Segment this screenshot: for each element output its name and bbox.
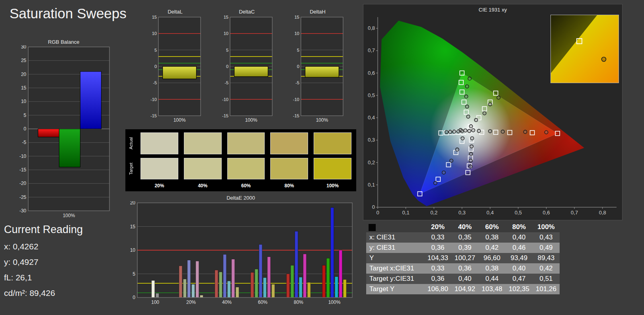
svg-text:5: 5 bbox=[154, 48, 157, 52]
table-cell: 0,36 bbox=[451, 263, 478, 274]
table-column-header: 20% bbox=[424, 222, 451, 232]
svg-text:15: 15 bbox=[152, 16, 157, 19]
svg-text:0,5: 0,5 bbox=[368, 92, 375, 98]
table-cell: 0,42 bbox=[533, 263, 560, 274]
svg-text:0,2: 0,2 bbox=[368, 159, 375, 165]
delta-c-title: DeltaC bbox=[218, 9, 275, 15]
svg-text:0,1: 0,1 bbox=[368, 182, 375, 188]
current-reading-title: Current Reading bbox=[4, 224, 83, 236]
svg-text:15: 15 bbox=[295, 16, 299, 19]
swatch-column-label: 20% bbox=[141, 183, 178, 189]
delta-plot-1: -15-10-5051015100% bbox=[218, 16, 275, 125]
table-cell: 0,44 bbox=[478, 274, 505, 284]
table-legend-chip bbox=[369, 224, 376, 231]
svg-text:10: 10 bbox=[21, 99, 27, 104]
table-row: Target x:CIE310,330,360,380,400,42 bbox=[366, 263, 560, 274]
table-cell: 101,26 bbox=[533, 284, 560, 294]
page-title: Saturation Sweeps bbox=[10, 6, 127, 21]
svg-text:15: 15 bbox=[224, 16, 228, 19]
svg-text:0,3: 0,3 bbox=[459, 210, 466, 216]
delta-plot-0: -15-10-5051015100% bbox=[146, 16, 204, 125]
svg-text:10: 10 bbox=[295, 31, 299, 36]
swatch-target-80% bbox=[270, 158, 308, 180]
swatch-row-label-target: Target bbox=[127, 158, 135, 180]
table-row: Y104,33100,2796,6093,4989,43 bbox=[366, 253, 560, 263]
swatch-column-label: 40% bbox=[184, 183, 222, 189]
svg-text:5: 5 bbox=[297, 48, 299, 52]
table-column-header: 100% bbox=[533, 222, 560, 232]
table-cell: 93,49 bbox=[505, 253, 533, 263]
svg-text:40%: 40% bbox=[222, 299, 232, 305]
svg-text:5: 5 bbox=[23, 113, 26, 118]
svg-text:15: 15 bbox=[130, 224, 136, 229]
svg-text:0,5: 0,5 bbox=[515, 210, 522, 216]
svg-text:-15: -15 bbox=[20, 167, 27, 173]
table-column-header: 60% bbox=[478, 222, 505, 232]
table-row-label: Y bbox=[366, 253, 424, 263]
swatch-target-100% bbox=[314, 158, 351, 180]
swatch-actual-60% bbox=[227, 132, 265, 154]
svg-text:-20: -20 bbox=[20, 181, 27, 186]
svg-text:-5: -5 bbox=[295, 80, 299, 85]
svg-text:0,7: 0,7 bbox=[368, 47, 375, 53]
svg-text:0,7: 0,7 bbox=[571, 210, 578, 216]
svg-text:0,2: 0,2 bbox=[430, 210, 437, 216]
svg-text:10: 10 bbox=[130, 247, 136, 253]
swatch-column-label: 100% bbox=[314, 183, 351, 189]
swatch-panel: ActualTarget20%40%60%80%100% bbox=[125, 129, 356, 191]
svg-text:-15: -15 bbox=[222, 113, 228, 118]
svg-text:-10: -10 bbox=[20, 154, 27, 159]
table-cell: 104,33 bbox=[424, 253, 451, 263]
svg-text:0,8: 0,8 bbox=[368, 25, 375, 31]
table-column-header: 40% bbox=[451, 222, 478, 232]
svg-text:-5: -5 bbox=[22, 140, 26, 145]
svg-text:80%: 80% bbox=[294, 299, 303, 305]
svg-text:-15: -15 bbox=[293, 113, 299, 118]
svg-text:10: 10 bbox=[152, 31, 157, 36]
delta-h-chart: DeltaH -15-10-5051015100% bbox=[289, 9, 346, 125]
table-header-row: 20%40%60%80%100% bbox=[366, 222, 560, 232]
reading-fl: fL: 26,1 bbox=[4, 273, 83, 282]
deltae-plot: 0510152010020%40%60%80%100% bbox=[125, 201, 356, 308]
table-cell: 103,48 bbox=[478, 284, 505, 294]
svg-text:0: 0 bbox=[154, 64, 157, 69]
svg-text:5: 5 bbox=[133, 271, 135, 277]
table-cell: 104,92 bbox=[451, 284, 478, 294]
svg-text:0,4: 0,4 bbox=[368, 115, 375, 121]
cie-title: CIE 1931 xy bbox=[363, 7, 622, 13]
table-cell: 0,46 bbox=[505, 243, 533, 253]
svg-text:0,6: 0,6 bbox=[368, 70, 375, 76]
svg-text:-5: -5 bbox=[224, 80, 228, 85]
swatch-actual-100% bbox=[314, 132, 351, 154]
table-row: x: CIE310,330,350,380,400,43 bbox=[366, 232, 560, 243]
swatch-row-label-actual: Actual bbox=[127, 132, 135, 154]
table-row-label: Target x:CIE31 bbox=[366, 263, 424, 274]
table-cell: 0,38 bbox=[478, 232, 505, 243]
table-cell: 0,49 bbox=[533, 243, 560, 253]
reading-cdm2: cd/m²: 89,426 bbox=[4, 288, 83, 298]
svg-text:0: 0 bbox=[297, 64, 299, 69]
table-cell: 0,35 bbox=[451, 232, 478, 243]
svg-text:10: 10 bbox=[224, 31, 228, 36]
swatch-actual-80% bbox=[270, 132, 308, 154]
swatch-target-20% bbox=[141, 158, 178, 180]
rgb-balance-title: RGB Balance bbox=[14, 39, 113, 45]
svg-text:-10: -10 bbox=[150, 97, 157, 102]
table-cell: 100,27 bbox=[451, 253, 478, 263]
table-row: y: CIE310,360,390,420,460,49 bbox=[366, 243, 560, 253]
svg-text:100%: 100% bbox=[328, 299, 341, 305]
table-cell: 0,39 bbox=[451, 243, 478, 253]
svg-text:30: 30 bbox=[21, 45, 27, 50]
svg-text:-10: -10 bbox=[222, 97, 228, 102]
table-cell: 0,42 bbox=[478, 243, 505, 253]
swatch-target-40% bbox=[184, 158, 222, 180]
delta-plot-2: -15-10-5051015100% bbox=[289, 16, 346, 125]
table-cell: 0,43 bbox=[533, 232, 560, 243]
measurement-table: 20%40%60%80%100%x: CIE310,330,350,380,40… bbox=[366, 222, 560, 294]
swatch-actual-40% bbox=[184, 132, 222, 154]
svg-text:-10: -10 bbox=[293, 97, 299, 102]
svg-text:-30: -30 bbox=[20, 208, 27, 214]
table-cell: 106,80 bbox=[424, 284, 451, 294]
deltae-title: DeltaE 2000 bbox=[125, 195, 356, 201]
svg-text:100%: 100% bbox=[63, 213, 75, 218]
